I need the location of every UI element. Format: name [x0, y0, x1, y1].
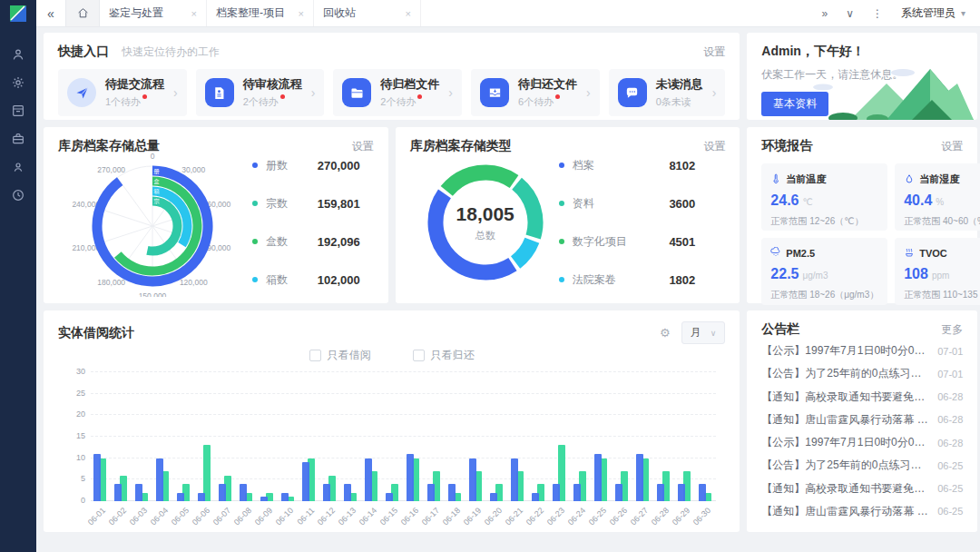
storage-total-settings-link[interactable]: 设置 [352, 139, 374, 154]
x-axis-tick: 06-02 [107, 506, 128, 527]
donut-total-label: 总数 [475, 229, 495, 242]
announcements-title: 公告栏 [761, 321, 799, 338]
sidebar-user-icon[interactable] [11, 47, 25, 62]
chevron-down-icon[interactable]: ∨ [846, 7, 854, 20]
announcement-text: 【公告】为了25年前的0点练习了上万次 [761, 366, 930, 381]
announcement-date: 06-25 [937, 483, 963, 494]
quick-entry-card: 快捷入口 快速定位待办的工作 设置 待提交流程1个待办›待审核流程2个待办›待归… [44, 33, 740, 120]
caret-down-icon: ▾ [961, 8, 965, 18]
legend-item[interactable]: 盒数192,096 [252, 234, 374, 250]
tab-close-icon[interactable]: × [191, 8, 197, 19]
announcement-row[interactable]: 【公告】为了25年前的0点练习了上万次06-25 [761, 458, 963, 473]
tab-1[interactable]: 鉴定与处置× [100, 0, 207, 26]
announcement-row[interactable]: 【公告】为了25年前的0点练习了上万次07-01 [761, 366, 963, 381]
environment-tile-label: 当前湿度 [919, 172, 959, 186]
storage-total-legend: 册数270,000宗数159,801盒数192,096箱数102,000 [247, 158, 374, 288]
bar-group: 06-07 [216, 372, 237, 501]
x-axis-tick: 06-30 [691, 506, 712, 527]
environment-tile-label: 当前温度 [786, 172, 826, 186]
bar-借阅 [553, 484, 560, 501]
app-logo[interactable] [0, 0, 36, 27]
period-select[interactable]: 月 ∨ [681, 321, 726, 344]
legend-item[interactable]: 档案8102 [559, 158, 726, 173]
legend-item[interactable]: 法院案卷1802 [559, 272, 726, 288]
sidebar-archive-icon[interactable] [11, 104, 25, 118]
storage-total-card: 库房档案存储总量 设置 030,00060,00090,000120,00015… [44, 127, 388, 303]
sidebar-contact-icon[interactable] [11, 160, 25, 174]
collapse-sidebar-button[interactable]: « [36, 0, 65, 26]
legend-item[interactable]: 资料3600 [559, 196, 726, 212]
user-menu[interactable]: 系统管理员 ▾ [901, 5, 965, 21]
chevron-right-icon: › [586, 85, 591, 100]
legend-dot [559, 163, 564, 168]
storage-type-legend: 档案8102资料3600数字化项目4501法院案卷1802 [554, 158, 726, 288]
environment-tile: PM2.522.5μg/m3正常范围 18~26（μg/m3） [761, 238, 887, 305]
announcement-list: 【公示】1997年7月1日0时0分0秒，铭记这一历史时刻07-01【公告】为了2… [761, 343, 963, 519]
environment-value: 24.6℃ [770, 192, 878, 209]
x-axis-tick: 06-24 [566, 506, 587, 527]
legend-value: 102,000 [318, 273, 374, 287]
legend-dot [252, 239, 258, 244]
checkbox-icon[interactable] [309, 350, 321, 361]
announcement-row[interactable]: 【通知】高校录取通知书要避免铺张浪费06-25 [761, 481, 963, 497]
x-axis-tick: 06-18 [441, 506, 462, 527]
legend-item[interactable]: 数字化项目4501 [559, 234, 726, 250]
environment-range: 正常范围 40~60（%） [904, 215, 980, 228]
gear-icon[interactable]: ⚙ [660, 326, 671, 340]
bar-借阅 [302, 462, 309, 501]
tab-2[interactable]: 档案整理-项目× [207, 0, 314, 26]
legend-item[interactable]: 册数270,000 [252, 158, 374, 173]
bar-借阅 [135, 484, 142, 501]
polar-ring-label: 宗 [153, 198, 160, 204]
announcement-row[interactable]: 【公示】1997年7月1日0时0分0秒，铭记这一历史时刻06-28 [761, 435, 963, 450]
quick-entry-item-1[interactable]: 待提交流程1个待办› [58, 69, 187, 116]
tab-close-icon[interactable]: × [299, 8, 304, 19]
tab-3[interactable]: 回收站× [314, 0, 421, 26]
quick-entry-settings-link[interactable]: 设置 [703, 44, 725, 60]
bar-group: 06-13 [341, 372, 362, 501]
checkbox-only-return[interactable]: 只看归还 [413, 348, 475, 363]
sidebar-gear-icon[interactable] [11, 75, 25, 90]
more-options-icon[interactable]: ⋮ [872, 7, 883, 20]
bar-group: 06-29 [675, 372, 696, 501]
select-chevron-icon: ∨ [710, 329, 717, 338]
quick-entry-item-4[interactable]: 待归还文件6个待办› [471, 69, 600, 116]
tab-close-icon[interactable]: × [406, 8, 411, 19]
checkbox-only-borrow[interactable]: 只看借阅 [309, 348, 371, 363]
sidebar-briefcase-icon[interactable] [11, 132, 25, 146]
announcement-row[interactable]: 【通知】唐山雷霆风暴行动落幕 有结果了吗06-28 [761, 412, 963, 428]
announcement-row[interactable]: 【公示】1997年7月1日0时0分0秒，铭记这一历史时刻07-01 [761, 343, 963, 359]
bar-借阅 [114, 484, 122, 501]
announcement-row[interactable]: 【通知】高校录取通知书要避免铺张浪费06-28 [761, 389, 963, 405]
x-axis-tick: 06-20 [483, 506, 504, 527]
storage-type-settings-link[interactable]: 设置 [703, 139, 725, 154]
bar-groups: 06-0106-0206-0306-0406-0506-0606-0706-08… [91, 372, 716, 501]
sidebar [0, 0, 36, 552]
bar-group: 06-30 [696, 372, 717, 501]
bar-借阅 [636, 454, 643, 501]
unread-badge [555, 94, 560, 99]
x-axis-tick: 06-15 [378, 506, 399, 527]
droplet-icon [904, 173, 915, 186]
legend-label: 数字化项目 [573, 234, 670, 250]
expand-tabs-icon[interactable]: » [821, 7, 828, 20]
bar-group: 06-27 [633, 372, 654, 501]
legend-item[interactable]: 宗数159,801 [252, 196, 374, 212]
y-axis-tick: 5 [62, 474, 85, 483]
bar-借阅 [678, 484, 685, 501]
profile-button[interactable]: 基本资料 [761, 92, 828, 116]
tab-home[interactable] [65, 0, 100, 26]
checkbox-icon[interactable] [413, 350, 425, 361]
x-axis-tick: 06-11 [296, 506, 317, 527]
bar-借阅 [156, 458, 163, 501]
quick-entry-text: 待归档文件2个待办 [380, 76, 439, 109]
environment-settings-link[interactable]: 设置 [941, 139, 963, 154]
announcement-date: 07-01 [937, 346, 963, 357]
legend-item[interactable]: 箱数102,000 [252, 272, 374, 288]
announcements-more-link[interactable]: 更多 [941, 322, 963, 338]
sidebar-clock-icon[interactable] [11, 188, 25, 202]
quick-entry-item-3[interactable]: 待归档文件2个待办› [333, 69, 462, 116]
announcement-row[interactable]: 【通知】唐山雷霆风暴行动落幕 有结果了吗06-25 [761, 504, 963, 519]
quick-entry-item-5[interactable]: 未读消息0条未读› [609, 69, 726, 116]
quick-entry-item-2[interactable]: 待审核流程2个待办› [196, 69, 325, 116]
